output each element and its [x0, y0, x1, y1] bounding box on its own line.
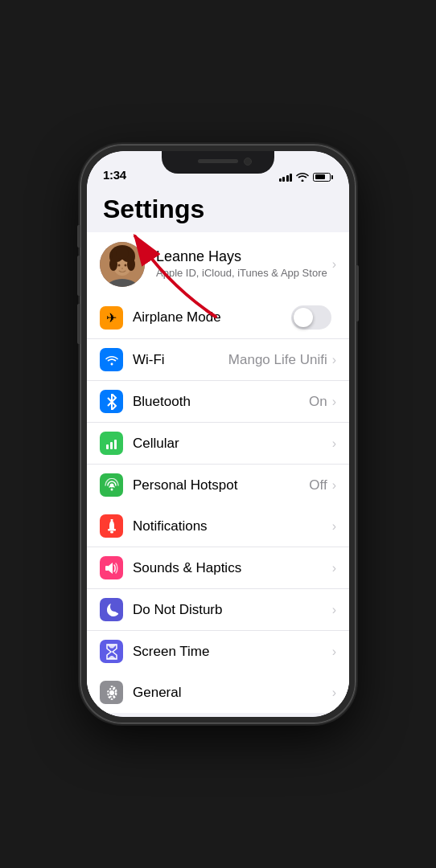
- hotspot-value: Off: [309, 477, 327, 493]
- dnd-row[interactable]: Do Not Disturb ›: [87, 589, 349, 631]
- svg-point-10: [125, 264, 127, 267]
- svg-rect-15: [110, 442, 113, 449]
- avatar: [100, 242, 145, 287]
- general-row[interactable]: General ›: [87, 672, 349, 713]
- signal-bar-3: [286, 175, 289, 182]
- notifications-row[interactable]: Notifications ›: [87, 506, 349, 547]
- cellular-symbol: [105, 437, 118, 450]
- bluetooth-chevron: ›: [332, 395, 336, 409]
- notifications-label: Notifications: [123, 518, 332, 534]
- toggle-knob: [294, 308, 313, 327]
- cellular-chevron: ›: [332, 436, 336, 451]
- svg-point-20: [110, 530, 113, 533]
- bluetooth-icon: [100, 390, 123, 413]
- general-icon: [100, 681, 123, 704]
- screen-time-label: Screen Time: [123, 644, 332, 660]
- sounds-chevron: ›: [332, 561, 336, 575]
- cellular-label: Cellular: [123, 436, 332, 452]
- svg-point-8: [116, 247, 129, 260]
- volume-down-button[interactable]: [77, 304, 80, 344]
- wifi-icon: [296, 172, 309, 182]
- svg-rect-19: [108, 529, 116, 531]
- general-group: General ›: [87, 672, 349, 713]
- front-camera: [244, 158, 252, 166]
- bluetooth-label: Bluetooth: [123, 394, 309, 410]
- battery-icon: [313, 173, 333, 182]
- main-content: Settings: [87, 186, 349, 717]
- hotspot-row[interactable]: Personal Hotspot Off ›: [87, 465, 349, 506]
- signal-bar-1: [279, 178, 282, 182]
- profile-chevron: ›: [332, 257, 336, 272]
- dnd-icon: [100, 598, 123, 621]
- wifi-row[interactable]: Wi-Fi Mango Life Unifi ›: [87, 339, 349, 381]
- speaker-grille: [198, 159, 238, 163]
- cellular-row[interactable]: Cellular ›: [87, 423, 349, 465]
- volume-up-button[interactable]: [77, 256, 80, 296]
- screen-content: 1:34: [87, 151, 349, 717]
- bell-symbol: [105, 519, 118, 534]
- home-indicator[interactable]: [87, 713, 349, 717]
- wifi-setting-icon: [100, 348, 123, 371]
- phone-frame: 1:34: [80, 145, 356, 723]
- bluetooth-symbol: [106, 394, 117, 410]
- general-chevron: ›: [332, 686, 336, 700]
- moon-symbol: [105, 604, 118, 616]
- profile-name: Leanne Hays: [156, 248, 332, 266]
- mute-button[interactable]: [77, 225, 80, 248]
- page-title: Settings: [87, 188, 349, 232]
- wifi-symbol: [105, 354, 119, 366]
- airplane-mode-label: Airplane Mode: [123, 309, 291, 326]
- notifications-chevron: ›: [332, 519, 336, 534]
- signal-bar-2: [282, 177, 285, 182]
- notch: [162, 151, 274, 174]
- status-time: 1:34: [103, 168, 126, 182]
- hotspot-chevron: ›: [332, 478, 336, 493]
- sound-symbol: [105, 562, 119, 575]
- signal-bar-4: [290, 174, 292, 182]
- signal-strength: [279, 172, 293, 182]
- svg-rect-22: [105, 566, 109, 571]
- status-icons: [279, 172, 334, 182]
- screen-time-chevron: ›: [332, 645, 336, 659]
- dnd-chevron: ›: [332, 603, 336, 617]
- sounds-icon: [100, 556, 123, 579]
- notifications-group: Notifications › So: [87, 506, 349, 672]
- hotspot-symbol: [105, 478, 119, 493]
- bluetooth-value: On: [309, 394, 327, 410]
- airplane-mode-toggle[interactable]: [291, 305, 331, 330]
- sounds-label: Sounds & Haptics: [123, 560, 332, 576]
- airplane-mode-row[interactable]: ✈ Airplane Mode: [87, 297, 349, 339]
- profile-subtitle: Apple ID, iCloud, iTunes & App Store: [156, 267, 332, 280]
- profile-section: Leanne Hays Apple ID, iCloud, iTunes & A…: [87, 232, 349, 297]
- wifi-label: Wi-Fi: [123, 352, 228, 368]
- hotspot-label: Personal Hotspot: [123, 477, 309, 493]
- svg-point-24: [109, 690, 113, 694]
- phone-screen: 1:34: [87, 151, 349, 717]
- screen-time-icon: [100, 640, 123, 663]
- wifi-chevron: ›: [332, 353, 336, 367]
- cellular-icon: [100, 432, 123, 455]
- wifi-value: Mango Life Unifi: [228, 352, 327, 368]
- hotspot-icon: [100, 473, 123, 497]
- gear-symbol: [105, 686, 119, 700]
- profile-row[interactable]: Leanne Hays Apple ID, iCloud, iTunes & A…: [87, 232, 349, 297]
- power-button[interactable]: [356, 265, 359, 321]
- dnd-label: Do Not Disturb: [123, 602, 332, 618]
- general-label: General: [123, 685, 332, 701]
- svg-point-9: [118, 264, 121, 267]
- svg-rect-14: [106, 444, 109, 449]
- notifications-icon: [100, 514, 123, 538]
- sounds-row[interactable]: Sounds & Haptics ›: [87, 547, 349, 589]
- hourglass-symbol: [106, 644, 117, 660]
- svg-point-11: [121, 268, 123, 269]
- screen-time-row[interactable]: Screen Time ›: [87, 631, 349, 672]
- svg-rect-16: [114, 440, 117, 449]
- svg-point-18: [110, 488, 113, 490]
- bluetooth-row[interactable]: Bluetooth On ›: [87, 381, 349, 423]
- status-bar: 1:34: [87, 151, 349, 186]
- profile-info: Leanne Hays Apple ID, iCloud, iTunes & A…: [145, 248, 332, 280]
- airplane-mode-icon: ✈: [100, 306, 123, 330]
- connectivity-group: ✈ Airplane Mode: [87, 297, 349, 506]
